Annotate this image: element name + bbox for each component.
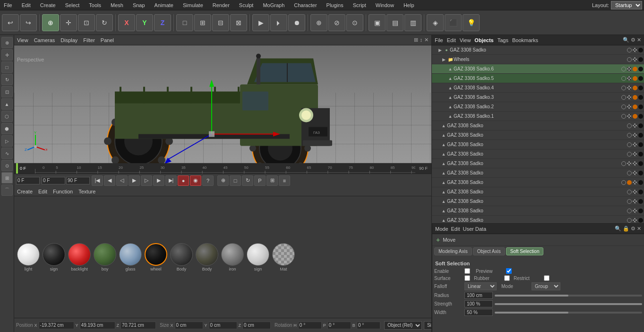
tool-select[interactable]: ⊕ [1,37,13,48]
scene-object-list[interactable]: ▶ ● GAZ 3308 Sadko ▶ 📁 Wheels [432,45,644,223]
sp-view[interactable]: View [460,37,471,43]
viewport-canvas[interactable]: Perspective [14,45,431,163]
restrict-checkbox[interactable] [544,275,550,281]
menu-script[interactable]: Script [351,2,368,8]
radius-slider-track[interactable] [495,295,642,297]
menu-create[interactable]: Create [38,2,58,8]
rubber-checkbox[interactable] [504,275,510,281]
tool-active[interactable]: ⊞ [1,172,13,183]
tool-bend[interactable]: ⌒ [1,184,13,196]
object-row-5[interactable]: ▲ GAZ 3308 Sadko.5 [432,74,644,83]
menu-animate[interactable]: Animate [153,2,175,8]
go-start-button[interactable]: |◀ [92,175,103,186]
object-mode-button[interactable]: ⊞ [194,14,211,31]
mat-texture[interactable]: Texture [78,189,95,194]
object-row-j[interactable]: ▲ GAZ 3308 Sadko [432,206,644,216]
play-button[interactable]: ▶ [129,175,140,186]
y-size-input[interactable] [209,322,237,329]
attr-search-icon[interactable]: 🔍 [615,226,621,232]
material-backlight[interactable]: backlight [68,243,91,271]
z-position-input[interactable] [120,322,156,329]
menu-tools[interactable]: Tools [87,2,103,8]
object-row-a[interactable]: ▲ GAZ 3308 Sadko [432,121,644,131]
y-axis-button[interactable]: Y [136,14,153,31]
vt-btn1[interactable]: ⊕ [217,175,229,186]
prev-key-button[interactable]: ◁ [116,175,128,186]
undo-button[interactable]: ↩ [2,14,19,31]
falloff-dropdown[interactable]: Linear Ease In Ease Out [464,282,497,290]
menu-help[interactable]: Help [402,2,416,8]
vt-btn4[interactable]: P [254,175,266,186]
key-help-button[interactable]: ? [202,175,214,186]
mode-dropdown[interactable]: Group Surface [532,282,560,290]
tool-extrude[interactable]: ▲ [1,98,13,110]
object-row-g[interactable]: ▲ GAZ 3308 Sadko [432,178,644,187]
record-key-button[interactable]: ● [178,175,189,186]
live-select-button[interactable]: ⊕ [42,14,59,31]
menu-sculpt[interactable]: Sculpt [237,2,256,8]
object-row-c[interactable]: ▲ GAZ 3308 Sadko [432,140,644,149]
edit-mode-button[interactable]: ⊟ [212,14,229,31]
attr-mode[interactable]: Mode [435,226,448,232]
snap2-button[interactable]: ⊘ [328,14,345,31]
menu-file[interactable]: File [2,2,14,8]
viewport-icon-expand[interactable]: ⊞ [414,37,418,43]
model-mode-button[interactable]: □ [176,14,193,31]
menu-mesh[interactable]: Mesh [109,2,125,8]
mat-edit[interactable]: Edit [38,189,47,194]
viewport-cameras-menu[interactable]: Cameras [34,37,55,43]
attr-user-data[interactable]: User Data [463,226,487,232]
menu-mograph[interactable]: MoGraph [261,2,286,8]
menu-snap[interactable]: Snap [131,2,147,8]
object-row-h[interactable]: ▲ GAZ 3308 Sadko [432,187,644,197]
sp-search-icon[interactable]: 🔍 [623,37,629,43]
snap-button[interactable]: ⊕ [310,14,327,31]
tab-modeling-axis[interactable]: Modeling Axis [434,247,472,255]
attr-settings-icon[interactable]: ⚙ [631,226,635,232]
menu-plugins[interactable]: Plugins [325,2,345,8]
mat-function[interactable]: Function [53,189,73,194]
object-row-i[interactable]: ▲ GAZ 3308 Sadko [432,197,644,206]
timeline-button[interactable]: ▶ [252,14,269,31]
snap3-button[interactable]: ⊙ [346,14,363,31]
object-row-1[interactable]: ▲ GAZ 3308 Sadko.1 [432,112,644,121]
attr-lock-icon[interactable]: 🔒 [623,226,629,232]
menu-simulate[interactable]: Simulate [181,2,205,8]
tab-soft-selection[interactable]: Soft Selection [506,247,544,255]
b-rotation-input[interactable] [357,322,380,329]
object-row-f[interactable]: ▲ GAZ 3308 Sadko [432,168,644,178]
tool-move[interactable]: ✛ [1,49,13,61]
material-sign2[interactable]: sign [247,243,269,271]
prev-frame-button[interactable]: ◀ [104,175,115,186]
object-row-root[interactable]: ▶ ● GAZ 3308 Sadko [432,45,644,55]
tool-edge[interactable]: ▷ [1,135,13,147]
object-row-3[interactable]: ▲ GAZ 3308 Sadko.3 [432,93,644,102]
render-viewport-button[interactable]: ▣ [369,14,386,31]
material-body1[interactable]: Body [170,243,193,271]
viewport-panel-menu[interactable]: Panel [101,37,114,43]
next-frame-button[interactable]: ▶ [153,175,164,186]
z-size-input[interactable] [242,322,271,329]
object-row-d[interactable]: ▲ GAZ 3308 Sadko [432,149,644,159]
tool-magnet[interactable]: ⊙ [1,160,13,171]
p-rotation-input[interactable] [327,322,351,329]
material-iron[interactable]: iron [221,243,244,271]
strength-slider-track[interactable] [495,303,642,305]
object-row-6[interactable]: ▲ GAZ 3308 Sadko.6 [432,64,644,74]
vt-btn5[interactable]: ⊞ [266,175,278,186]
object-row-e[interactable]: ▲ GAZ 3308 Sadko [432,159,644,168]
tool-paint[interactable]: ∿ [1,148,13,159]
x-position-input[interactable] [39,322,74,329]
viewport-icon-arrows[interactable]: ↕ [420,37,423,43]
end-frame-input[interactable] [66,177,90,184]
menu-character[interactable]: Character [292,2,318,8]
vt-btn6[interactable]: ≡ [279,175,290,186]
z-axis-button[interactable]: Z [154,14,171,31]
object-row-b[interactable]: ▲ GAZ 3308 Sadko [432,131,644,140]
width-slider-track[interactable] [495,312,642,314]
next-key-button[interactable]: ▷ [141,175,152,186]
x-axis-button[interactable]: X [118,14,135,31]
material-mat[interactable]: Mat [272,243,295,271]
viewport-display-menu[interactable]: Display [60,37,77,43]
layout-dropdown[interactable]: Startup [611,1,642,9]
